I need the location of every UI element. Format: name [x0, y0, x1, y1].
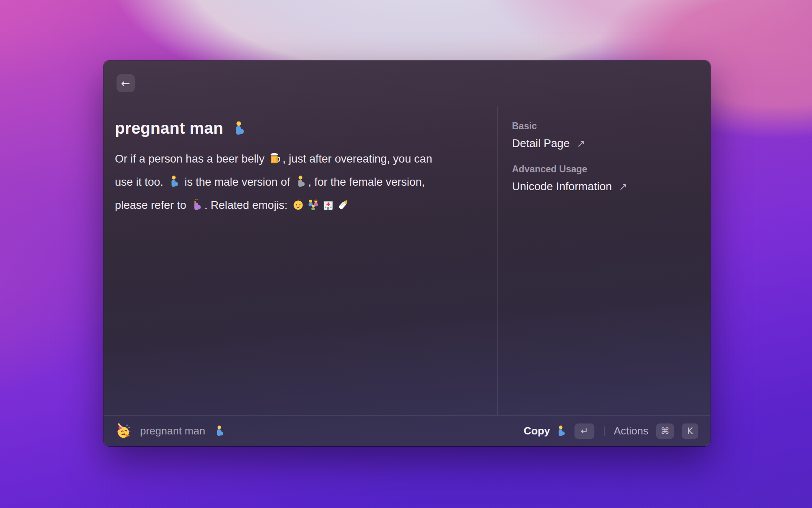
- baby-bottle-emoji: [337, 198, 350, 211]
- link-label: Unicode Information: [512, 180, 612, 193]
- copy-button-label: Copy: [524, 425, 550, 437]
- unicode-information-link[interactable]: Unicode Information ↗: [512, 180, 698, 193]
- external-link-icon: ↗: [577, 138, 585, 150]
- actions-button[interactable]: Actions: [614, 425, 648, 437]
- sidebar-section-advanced: Advanced Usage Unicode Information ↗: [512, 164, 698, 193]
- pregnant-woman-emoji: circle cx="17.5" cy="7" r="5.4" fill="#F…: [190, 198, 203, 211]
- link-label: Detail Page: [512, 137, 570, 150]
- action-bar-left: pregnant man: [116, 423, 524, 439]
- description-text: Or if a person has a beer belly , just a…: [115, 147, 479, 217]
- beer-mug-emoji: [269, 152, 281, 165]
- external-link-icon: ↗: [619, 181, 627, 193]
- sidebar-section-basic: Basic Detail Page ↗: [512, 121, 698, 150]
- metadata-sidebar: Basic Detail Page ↗ Advanced Usage Unico…: [497, 106, 710, 415]
- raycast-window: ← pregnant man Or if a person has a beer…: [104, 61, 710, 446]
- selected-item-name: pregnant man: [140, 425, 205, 437]
- detail-page-link[interactable]: Detail Page ↗: [512, 137, 698, 150]
- return-keycap: ↵: [574, 423, 594, 439]
- hospital-emoji: [322, 198, 335, 211]
- pregnant-man-emoji: [231, 121, 246, 136]
- baby-emoji: [292, 198, 304, 211]
- footer-divider: [604, 426, 605, 436]
- content-area: pregnant man Or if a person has a beer b…: [104, 106, 710, 415]
- command-keycap: ⌘: [656, 423, 674, 439]
- window-header: ←: [104, 61, 710, 106]
- section-label: Basic: [512, 121, 698, 132]
- page-title: pregnant man: [115, 119, 479, 137]
- page-title-text: pregnant man: [115, 119, 223, 137]
- pregnant-person-emoji: [294, 175, 307, 188]
- k-keycap: K: [682, 423, 698, 439]
- action-bar: pregnant man Copy ↵ Actions ⌘ K: [104, 415, 710, 446]
- extension-icon-party-face: [116, 423, 132, 439]
- action-bar-right: Copy ↵ Actions ⌘ K: [524, 423, 698, 439]
- family-emoji: [307, 198, 320, 211]
- copy-emoji: [555, 425, 567, 437]
- copy-button[interactable]: Copy: [524, 425, 567, 437]
- selected-item-emoji: [214, 425, 225, 437]
- main-panel: pregnant man Or if a person has a beer b…: [104, 106, 497, 415]
- pregnant-man-emoji: [168, 175, 180, 188]
- actions-button-label: Actions: [614, 425, 648, 437]
- arrow-left-icon: ←: [121, 78, 130, 89]
- section-label: Advanced Usage: [512, 164, 698, 175]
- back-button[interactable]: ←: [117, 74, 135, 92]
